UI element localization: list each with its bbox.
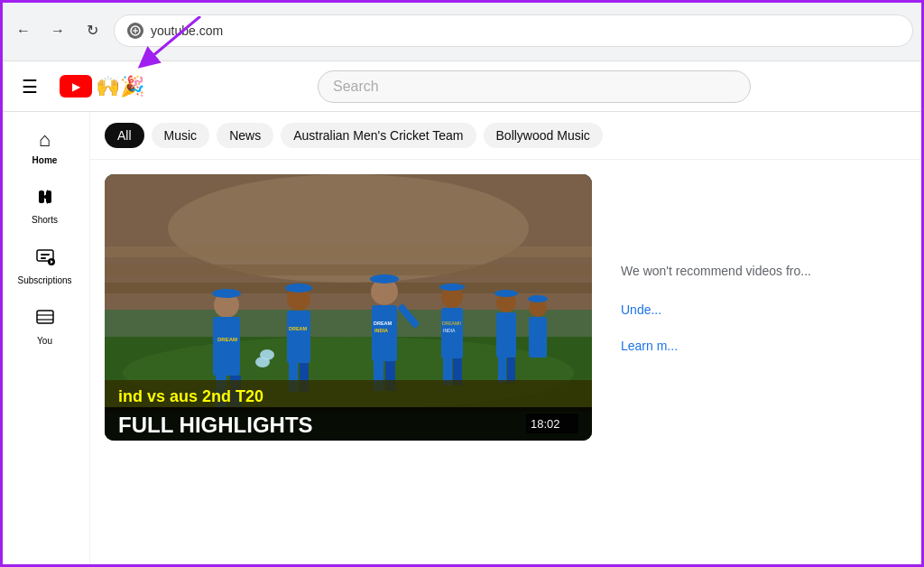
understand-link[interactable]: Unde...	[621, 302, 895, 317]
forward-button[interactable]: →	[45, 18, 70, 43]
home-icon: ⌂	[39, 128, 51, 152]
svg-rect-6	[46, 191, 51, 203]
svg-text:INDIA: INDIA	[374, 328, 388, 333]
svg-point-55	[494, 290, 518, 297]
chip-bollywood[interactable]: Bollywood Music	[484, 123, 603, 148]
svg-rect-52	[496, 312, 516, 358]
svg-text:INDIA: INDIA	[443, 328, 456, 333]
svg-rect-22	[105, 283, 592, 293]
svg-point-34	[285, 284, 312, 293]
you-icon	[35, 307, 55, 332]
recommendation-message: We won't recommend videos fro...	[621, 262, 895, 281]
svg-point-48	[439, 284, 465, 291]
back-button[interactable]: ←	[11, 18, 36, 43]
svg-rect-31	[287, 311, 310, 363]
right-panel: We won't recommend videos fro... Unde...…	[606, 174, 910, 441]
video-card[interactable]: DREAM INDIA DREAM	[105, 174, 592, 441]
videos-area: DREAM INDIA DREAM	[90, 160, 924, 455]
chip-music[interactable]: Music	[152, 123, 210, 148]
youtube-logo-icon	[60, 75, 92, 98]
svg-point-40	[370, 274, 399, 284]
menu-button[interactable]: ☰	[14, 69, 45, 105]
svg-rect-9	[41, 257, 46, 259]
svg-text:DREAM: DREAM	[217, 337, 237, 342]
refresh-button[interactable]: ↻	[79, 18, 105, 43]
filter-chips: All Music News Australian Men's Cricket …	[90, 112, 924, 160]
sidebar: ⌂ Home Shorts	[0, 112, 90, 567]
svg-point-27	[212, 289, 241, 298]
address-bar[interactable]: youtube.com	[114, 14, 913, 47]
svg-text:DREAMII: DREAMII	[442, 321, 461, 326]
search-placeholder: Search	[333, 79, 379, 95]
svg-rect-8	[41, 254, 50, 256]
chip-all[interactable]: All	[105, 123, 144, 148]
chip-cricket[interactable]: Australian Men's Cricket Team	[281, 123, 476, 148]
subscriptions-icon	[35, 246, 55, 272]
svg-rect-53	[498, 358, 506, 383]
you-label: You	[37, 336, 52, 346]
site-info-icon	[127, 23, 143, 39]
browser-chrome: ← → ↻ youtube.com	[0, 0, 924, 61]
shorts-icon	[35, 187, 55, 211]
main-area: ⌂ Home Shorts	[0, 112, 924, 567]
svg-text:DREAM: DREAM	[374, 321, 393, 326]
svg-text:FULL HIGHLIGHTS: FULL HIGHLIGHTS	[118, 413, 313, 437]
sidebar-item-home[interactable]: ⌂ Home	[5, 119, 86, 174]
url-text: youtube.com	[151, 23, 223, 38]
subscriptions-label: Subscriptions	[17, 275, 71, 285]
svg-rect-20	[105, 246, 592, 257]
svg-rect-21	[105, 265, 592, 275]
cricket-scene-svg: DREAM INDIA DREAM	[105, 174, 592, 441]
svg-point-60	[255, 357, 270, 367]
svg-text:ind vs aus 2nd T20: ind vs aus 2nd T20	[118, 387, 263, 405]
logo-decoration: 🙌🎉	[96, 75, 144, 98]
svg-text:INDIA: INDIA	[219, 344, 234, 349]
sidebar-item-you[interactable]: You	[5, 298, 86, 355]
svg-rect-37	[372, 305, 397, 361]
youtube-header: ☰ 🙌🎉 Search	[0, 61, 924, 112]
youtube-app: ☰ 🙌🎉 Search ⌂ Home	[0, 61, 924, 567]
learn-link[interactable]: Learn m...	[621, 339, 895, 353]
svg-point-58	[528, 295, 548, 302]
sidebar-item-subscriptions[interactable]: Subscriptions	[5, 237, 86, 294]
sidebar-item-shorts[interactable]: Shorts	[5, 178, 86, 234]
search-area: Search	[159, 70, 910, 103]
svg-rect-57	[529, 317, 547, 358]
svg-text:DREAM: DREAM	[289, 326, 308, 331]
home-label: Home	[32, 155, 58, 165]
svg-rect-12	[37, 311, 53, 323]
shorts-label: Shorts	[32, 215, 58, 225]
search-box[interactable]: Search	[318, 70, 751, 103]
svg-rect-54	[507, 358, 515, 383]
video-thumbnail: DREAM INDIA DREAM	[105, 174, 592, 441]
youtube-logo[interactable]: 🙌🎉	[60, 75, 144, 98]
svg-rect-45	[441, 308, 463, 358]
content-area: All Music News Australian Men's Cricket …	[90, 112, 924, 567]
svg-rect-5	[39, 191, 44, 203]
chip-news[interactable]: News	[217, 123, 273, 148]
svg-text:18:02: 18:02	[531, 417, 560, 431]
